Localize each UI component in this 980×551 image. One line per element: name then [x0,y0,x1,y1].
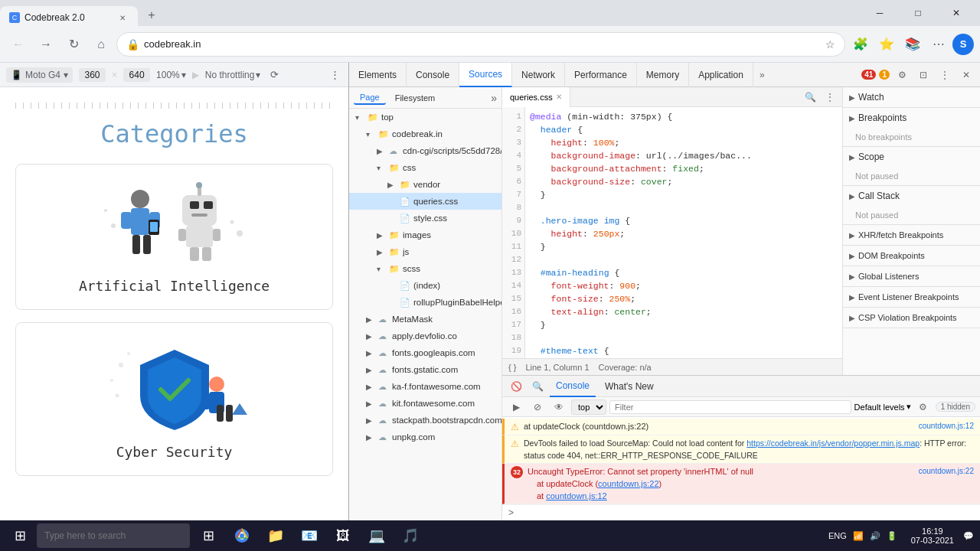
taskbar-pin2-icon[interactable]: 🖼 [328,522,358,549]
throttle-selector[interactable]: No throttling ▾ [205,70,261,80]
event-listener-section[interactable]: ▶ Event Listener Breakpoints [843,287,980,307]
page-tab[interactable]: Page [354,91,386,105]
console-tab[interactable]: Console [550,376,596,397]
browser-tab-active[interactable]: C Codebreak 2.0 ✕ [0,6,138,29]
devtools-settings-button[interactable]: ⚙ [893,66,911,84]
tree-item-js[interactable]: ▶📁js [349,243,501,260]
tree-item--index-[interactable]: 📄(index) [349,277,501,294]
tree-item-images[interactable]: ▶📁images [349,227,501,243]
log-level-selector[interactable]: Default levels ▾ [854,402,911,412]
taskbar-file-explorer-icon[interactable]: 📁 [260,522,291,549]
tree-item-apply-devfolio-co[interactable]: ▶☁apply.devfolio.co [349,328,501,344]
close-button[interactable]: ✕ [939,2,974,24]
format-button[interactable]: { } [508,363,516,372]
tree-item-css[interactable]: ▾📁css [349,159,501,176]
code-tab-queries[interactable]: queries.css ✕ [502,87,570,107]
tree-item-kit-fontawesome-com[interactable]: ▶☁kit.fontawesome.com [349,395,501,412]
countdown-link-2[interactable]: countdown.js:12 [546,491,607,500]
tree-item-stackpath-bootstrapcdn-com[interactable]: ▶☁stackpath.bootstrapcdn.com [349,412,501,429]
console-stop-button[interactable]: ⊘ [528,398,547,416]
ai-category-card[interactable]: Artificial Intelligence [15,164,333,310]
devtools-close-button[interactable]: ✕ [957,66,975,84]
tree-item-fonts-gstatic-com[interactable]: ▶☁fonts.gstatic.com [349,361,501,378]
tree-item-metamask[interactable]: ▶☁MetaMask [349,311,501,328]
start-button[interactable]: ⊞ [6,522,34,549]
minimize-button[interactable]: ─ [862,2,897,24]
tab-network[interactable]: Network [512,63,565,87]
console-input[interactable] [518,508,974,518]
tree-item-top[interactable]: ▾📁top [349,109,501,126]
taskbar-search[interactable] [37,523,190,548]
context-selector[interactable]: top [571,399,606,415]
console-eye-button[interactable]: 👁 [550,398,568,416]
console-clear-button[interactable]: 🚫 [507,377,525,396]
code-lines[interactable]: @media (min-width: 375px) { header { hei… [525,107,842,358]
collections-button[interactable]: 📚 [900,32,925,57]
tree-item-ka-f-fontawesome-com[interactable]: ▶☁ka-f.fontawesome.com [349,378,501,395]
more-device-options[interactable]: ⋮ [327,67,342,83]
global-listeners-section[interactable]: ▶ Global Listeners [843,266,980,286]
tab-application[interactable]: Application [689,63,753,87]
dom-breakpoints-section[interactable]: ▶ DOM Breakpoints [843,246,980,266]
devtools-dock-button[interactable]: ⊡ [914,66,933,84]
console-filter-button[interactable]: 🔍 [528,377,547,396]
home-button[interactable]: ⌂ [89,32,113,57]
tab-close-button[interactable]: ✕ [116,11,129,24]
csp-violation-section[interactable]: ▶ CSP Violation Breakpoints [843,308,980,328]
bookmark-icon[interactable]: ☆ [825,38,835,51]
taskbar-pin1-icon[interactable]: 📧 [294,522,325,549]
tree-item-scss[interactable]: ▾📁scss [349,260,501,277]
tree-item-vendor[interactable]: ▶📁vendor [349,176,501,193]
cyber-category-card[interactable]: Cyber Security [15,322,333,476]
editor-search-button[interactable]: 🔍 [801,88,819,106]
taskbar-pin3-icon[interactable]: 💻 [361,522,392,549]
tab-memory[interactable]: Memory [637,63,689,87]
zoom-selector[interactable]: 100% ▾ [156,70,186,80]
scope-section[interactable]: ▶ Scope [843,147,980,167]
sourcemap-link[interactable]: https://codebreak.in/js/vendor/popper.mi… [746,439,920,448]
height-input[interactable] [123,68,150,82]
devtools-more-button[interactable]: ⋮ [936,66,954,84]
console-settings-button[interactable]: ⚙ [914,398,933,416]
xhr-fetch-section[interactable]: ▶ XHR/fetch Breakpoints [843,225,980,245]
extensions-button[interactable]: 🧩 [848,32,873,57]
console-play-button[interactable]: ▶ [507,398,525,416]
console-msg-source-1[interactable]: countdown.js:12 [919,420,974,432]
error-msg-source[interactable]: countdown.js:22 [919,465,974,478]
code-tab-close[interactable]: ✕ [556,93,562,101]
tab-performance[interactable]: Performance [565,63,637,87]
profile-button[interactable]: S [952,34,974,55]
favorites-button[interactable]: ⭐ [874,32,899,57]
address-bar[interactable] [144,38,821,50]
new-tab-button[interactable]: + [141,5,162,26]
refresh-button[interactable]: ↻ [61,32,86,57]
countdown-link-1[interactable]: countdown.js:22 [598,479,659,488]
taskbar-pin4-icon[interactable]: 🎵 [395,522,426,549]
taskbar-chrome-icon[interactable] [227,522,257,549]
tree-item-unpkg-com[interactable]: ▶☁unpkg.com [349,429,501,445]
filesystem-tab[interactable]: Filesystem [389,92,442,104]
whats-new-tab[interactable]: What's New [599,376,660,397]
more-devtools-tabs[interactable]: » [753,70,771,80]
maximize-button[interactable]: □ [900,2,936,24]
tab-elements[interactable]: Elements [349,63,407,87]
watch-section[interactable]: ▶ Watch [843,87,980,107]
tree-item-codebreak-in[interactable]: ▾📁codebreak.in [349,126,501,142]
tree-item-rolluppluginbabelhelpers[interactable]: 📄rollupPluginBabelHelpers [349,294,501,311]
call-stack-section[interactable]: ▶ Call Stack [843,186,980,206]
device-selector[interactable]: 📱 Moto G4 ▾ [6,67,73,83]
file-tree-more[interactable]: » [491,92,497,104]
console-filter-input[interactable] [609,400,851,414]
tree-item-style-css[interactable]: 📄style.css [349,210,501,227]
tree-item-cdn-cgi-scripts-5c5dd728-clou---[interactable]: ▶☁cdn-cgi/scripts/5c5dd728/clou... [349,142,501,159]
rotate-button[interactable]: ⟳ [266,67,282,83]
notification-icon[interactable]: 💬 [963,531,974,541]
width-input[interactable] [79,68,106,82]
tab-console[interactable]: Console [407,63,459,87]
back-button[interactable]: ← [6,32,31,57]
tree-item-queries-css[interactable]: 📄queries.css [349,193,501,210]
tree-item-fonts-googleapis-com[interactable]: ▶☁fonts.googleapis.com [349,344,501,361]
editor-more-button[interactable]: ⋮ [821,88,839,106]
settings-button[interactable]: ⋯ [926,32,951,57]
tab-sources[interactable]: Sources [459,63,512,87]
